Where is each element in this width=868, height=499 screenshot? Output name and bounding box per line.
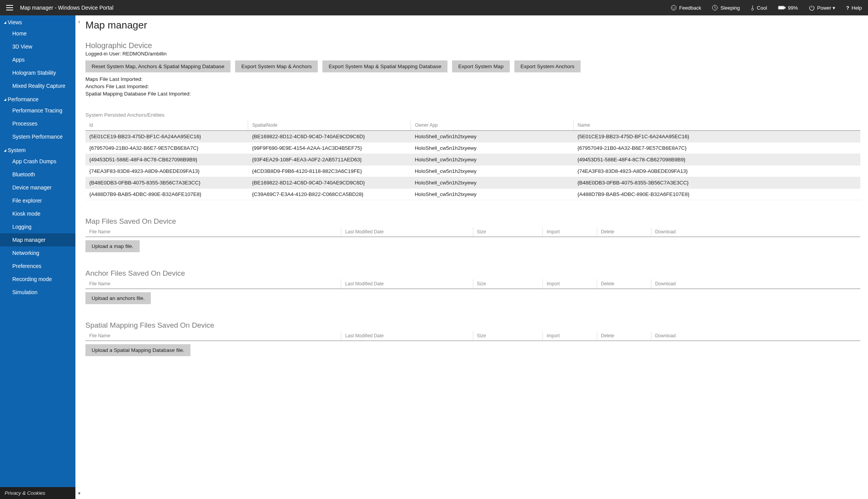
table-header: Delete <box>597 279 651 289</box>
caret-icon: ◢ <box>4 98 6 101</box>
file-section: Anchor Files Saved On DeviceFile NameLas… <box>85 269 860 304</box>
sidebar-item-file-explorer[interactable]: File explorer <box>0 194 75 207</box>
files-table: File NameLast Modified DateSizeImportDel… <box>85 331 860 341</box>
svg-point-2 <box>674 7 675 7</box>
svg-rect-6 <box>779 7 784 9</box>
sidebar-item-device-manager[interactable]: Device manager <box>0 181 75 194</box>
holographic-device-heading: Holographic Device <box>85 41 860 50</box>
feedback-link[interactable]: Feedback <box>671 5 701 11</box>
export-map-anchors-button[interactable]: Export System Map & Anchors <box>235 60 318 72</box>
table-header: Last Modified Date <box>341 331 473 341</box>
power-label: Power ▾ <box>817 5 835 11</box>
table-row[interactable]: {74EA3F83-83D8-4923-A8D9-A0BEDE09FA13}{4… <box>85 166 860 177</box>
temp-label: Cool <box>757 5 767 11</box>
sidebar-item-apps[interactable]: Apps <box>0 53 75 66</box>
collapse-chevron-icon[interactable]: ‹ <box>78 18 80 25</box>
table-row[interactable]: {67957049-21B0-4A32-B6E7-9E57CB6E8A7C}{9… <box>85 142 860 154</box>
sidebar-item-hologram-stability[interactable]: Hologram Stability <box>0 66 75 79</box>
sidebar-item-3d-view[interactable]: 3D View <box>0 40 75 53</box>
table-header: Owner App <box>411 120 574 131</box>
upload-button[interactable]: Upload a Spatial Mapping Database file. <box>85 344 190 356</box>
sidebar-item-networking[interactable]: Networking <box>0 246 75 260</box>
power-menu[interactable]: Power ▾ <box>809 5 835 11</box>
table-header: Last Modified Date <box>341 227 473 237</box>
table-header: File Name <box>85 331 341 341</box>
table-header: Size <box>473 279 542 289</box>
sidebar-group-views[interactable]: ◢Views <box>0 15 75 27</box>
svg-point-1 <box>673 7 673 7</box>
sidebar-item-recording-mode[interactable]: Recording mode <box>0 273 75 286</box>
file-section-heading: Map Files Saved On Device <box>85 217 860 226</box>
sidebar-item-performance-tracing[interactable]: Performance Tracing <box>0 104 75 117</box>
sidebar-item-system-performance[interactable]: System Performance <box>0 130 75 143</box>
table-row[interactable]: {B48E0DB3-0FBB-4075-8355-3B56C7A3E3CC}{B… <box>85 177 860 189</box>
table-header: Id <box>85 120 248 131</box>
caret-icon: ◢ <box>4 21 6 24</box>
table-header: Delete <box>597 331 651 341</box>
sleeping-status[interactable]: Sleeping <box>712 5 740 11</box>
table-header: Download <box>651 227 860 237</box>
table-row[interactable]: {49453D51-588E-48F4-8C78-CB627098B9B9}{9… <box>85 154 860 166</box>
sidebar-item-mixed-reality-capture[interactable]: Mixed Reality Capture <box>0 79 75 92</box>
sidebar-group-performance[interactable]: ◢Performance <box>0 92 75 104</box>
table-header: Last Modified Date <box>341 279 473 289</box>
table-header: File Name <box>85 227 341 237</box>
sidebar-item-home[interactable]: Home <box>0 27 75 40</box>
power-icon <box>809 5 815 11</box>
svg-rect-7 <box>785 7 785 8</box>
table-header: Size <box>473 331 542 341</box>
sidebar-item-bluetooth[interactable]: Bluetooth <box>0 168 75 181</box>
table-header: File Name <box>85 279 341 289</box>
sidebar-item-simulation[interactable]: Simulation <box>0 286 75 299</box>
scroll-down-icon[interactable]: ▾ <box>78 491 80 496</box>
sidebar-group-system[interactable]: ◢System <box>0 143 75 155</box>
svg-point-4 <box>752 8 754 10</box>
sidebar-item-logging[interactable]: Logging <box>0 220 75 233</box>
table-header: Download <box>651 331 860 341</box>
table-row[interactable]: {5E01CE19-BB23-475D-BF1C-6A24AA95EC16}{B… <box>85 131 860 142</box>
file-section-heading: Anchor Files Saved On Device <box>85 269 860 278</box>
help-label: Help <box>851 5 862 11</box>
table-header: SpatialNode <box>248 120 411 131</box>
table-row[interactable]: {A488D7B9-BAB5-4DBC-890E-B32A6FE107E8}{C… <box>85 189 860 200</box>
sidebar-item-kiosk-mode[interactable]: Kiosk mode <box>0 207 75 220</box>
main-content: Map manager Holographic Device Logged-in… <box>83 15 868 499</box>
clock-icon <box>712 5 718 11</box>
sidebar-item-map-manager[interactable]: Map manager <box>0 233 75 246</box>
sidebar-item-app-crash-dumps[interactable]: App Crash Dumps <box>0 155 75 168</box>
table-header: Import <box>542 279 597 289</box>
export-anchors-button[interactable]: Export System Anchors <box>514 60 581 72</box>
file-section: Map Files Saved On DeviceFile NameLast M… <box>85 217 860 252</box>
export-map-spatial-button[interactable]: Export System Map & Spatial Mapping Data… <box>322 60 447 72</box>
page-title: Map manager <box>85 19 860 31</box>
sidebar-item-processes[interactable]: Processes <box>0 117 75 130</box>
sleeping-label: Sleeping <box>720 5 740 11</box>
battery-status[interactable]: 99% <box>778 5 798 11</box>
file-section: Spatial Mapping Files Saved On DeviceFil… <box>85 321 860 356</box>
sidebar: ◢ViewsHome3D ViewAppsHologram StabilityM… <box>0 15 75 499</box>
sidebar-item-preferences[interactable]: Preferences <box>0 260 75 273</box>
table-header: Import <box>542 227 597 237</box>
files-table: File NameLast Modified DateSizeImportDel… <box>85 227 860 237</box>
spatial-imported-line: Spatial Mapping Database File Last Impor… <box>85 91 860 97</box>
battery-label: 99% <box>788 5 798 11</box>
maps-imported-line: Maps File Last Imported: <box>85 76 860 82</box>
anchors-table-heading: System Persisted Anchors/Entities <box>85 112 860 118</box>
sidebar-collapse-handle: ‹ ▾ <box>75 15 83 499</box>
anchors-imported-line: Anchors File Last Imported: <box>85 84 860 89</box>
feedback-label: Feedback <box>679 5 701 11</box>
window-title: Map manager - Windows Device Portal <box>20 5 114 11</box>
temp-status[interactable]: Cool <box>751 5 767 11</box>
upload-button[interactable]: Upload an anchors file. <box>85 292 151 304</box>
thermometer-icon <box>751 5 754 11</box>
upload-button[interactable]: Upload a map file. <box>85 240 140 252</box>
caret-icon: ◢ <box>4 149 6 152</box>
privacy-cookies-link[interactable]: Privacy & Cookies <box>0 487 75 499</box>
export-map-button[interactable]: Export System Map <box>452 60 510 72</box>
file-section-heading: Spatial Mapping Files Saved On Device <box>85 321 860 330</box>
table-header: Delete <box>597 227 651 237</box>
hamburger-menu-icon[interactable] <box>6 5 13 10</box>
help-link[interactable]: ? Help <box>846 5 862 11</box>
reset-system-button[interactable]: Reset System Map, Anchors & Spatial Mapp… <box>85 60 230 72</box>
logged-in-user: Logged-in User: REDMOND/ambillin <box>85 51 860 57</box>
